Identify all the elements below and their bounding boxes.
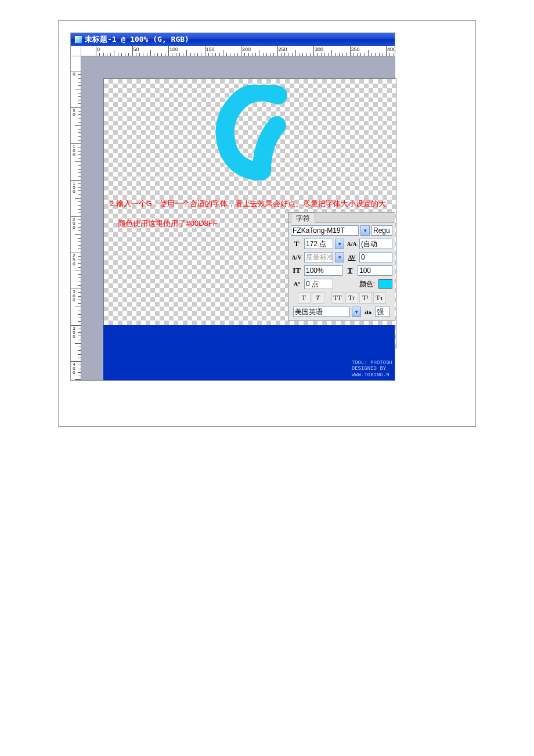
character-tab[interactable]: 字符	[291, 213, 315, 223]
kerning-dropdown[interactable]: ▾	[335, 252, 344, 262]
font-size-dropdown[interactable]: ▾	[335, 239, 344, 249]
font-size-icon: T	[291, 239, 302, 249]
font-size-field[interactable]: 172 点	[304, 239, 333, 249]
kerning-field[interactable]: 度量标准	[304, 252, 333, 262]
font-family-field[interactable]: FZKaTong-M19T	[291, 225, 359, 236]
text-style-buttons: TTTTTrT¹T₁	[291, 292, 392, 304]
hscale-icon: T	[344, 265, 356, 276]
canvas-area: 2.输入一个G，使用一个合适的字体，看上去效果会好点。尽量把字体大小设置的大 颜…	[81, 56, 395, 380]
letter-g-shape	[208, 85, 307, 183]
leading-field[interactable]: (自动	[359, 239, 392, 249]
language-dropdown[interactable]: ▾	[352, 307, 361, 317]
text-style-button[interactable]: TT	[331, 292, 344, 304]
tracking-field[interactable]: 0	[359, 252, 392, 262]
leading-icon: A/A	[346, 239, 358, 249]
character-panel[interactable]: 字符 FZKaTong-M19T ▾ Regu T 172 点 ▾ A/A	[288, 212, 395, 321]
text-style-button[interactable]: Tr	[345, 292, 358, 304]
font-style-field[interactable]: Regu	[371, 225, 392, 236]
hscale-field[interactable]: 100	[358, 265, 392, 276]
font-family-dropdown[interactable]: ▾	[360, 225, 370, 236]
tracking-icon: AV	[346, 252, 358, 262]
window-title: 未标题-1 @ 100% (G, RGB)	[85, 34, 189, 45]
color-swatch[interactable]	[378, 279, 392, 289]
vertical-ruler[interactable]: 050100150200250300350400	[71, 56, 81, 380]
title-bar[interactable]: 未标题-1 @ 100% (G, RGB)	[71, 33, 395, 46]
text-style-button[interactable]: T	[312, 292, 324, 304]
vscale-field[interactable]: 100%	[304, 265, 342, 276]
kerning-icon: A/V	[291, 252, 302, 262]
baseline-icon: Aª	[291, 279, 302, 289]
ruler-corner	[71, 46, 81, 56]
text-style-button[interactable]: T	[298, 292, 311, 304]
text-style-button[interactable]: T¹	[359, 292, 372, 304]
color-label: 颜色:	[335, 279, 377, 289]
antialias-field[interactable]: 强	[375, 307, 390, 317]
credit-text: TOOL: PHOTOSH DESIGNED BY WWW.TOKING.N	[352, 360, 392, 378]
antialias-icon: aₐ	[363, 307, 373, 317]
language-field[interactable]: 美国英语	[293, 307, 350, 317]
photoshop-window: 未标题-1 @ 100% (G, RGB) 050100150200250300…	[70, 33, 395, 381]
horizontal-ruler[interactable]: 050100150200250300350400	[81, 46, 395, 56]
app-icon	[74, 35, 82, 44]
vscale-icon: IT	[291, 265, 302, 276]
baseline-field[interactable]: 0 点	[304, 279, 333, 289]
text-style-button[interactable]: T₁	[373, 292, 386, 304]
bottom-bar	[103, 325, 395, 380]
